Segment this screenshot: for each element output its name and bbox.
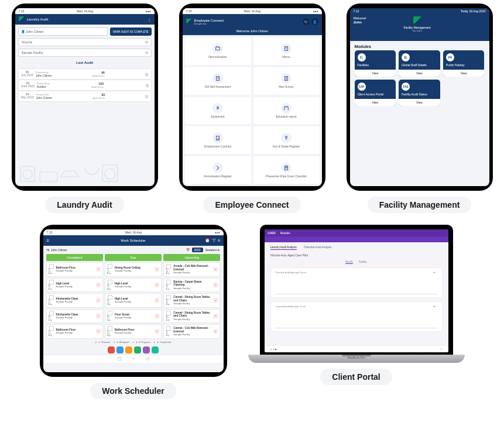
module-tile[interactable]: New Survey	[253, 67, 320, 95]
chart-controls[interactable]: ⊕ −	[433, 271, 437, 274]
caption: Employee Connect	[203, 197, 300, 213]
tab-laundry[interactable]: Laundry Audit Analysis	[270, 246, 297, 250]
task-card[interactable]: M23 AugKitchenette CleanSample Facility▪	[46, 309, 103, 324]
module-tile[interactable]: FASFacility Audit StatusView	[399, 80, 440, 106]
task-card[interactable]: M23 AugArcade - Cob Web Removal - Extern…	[163, 262, 220, 277]
task-card[interactable]: M23 AugCarmel - Cob Web Removal - Extern…	[163, 324, 220, 339]
task-card[interactable]: M23 AugHigh LevelSample Facility▪	[105, 293, 162, 308]
panel-title: Victoria-Auto Aged Care Pilot	[270, 253, 443, 257]
tile-icon	[212, 103, 223, 114]
pdf-icon[interactable]: ▪	[213, 329, 218, 334]
task-card[interactable]: M23 AugBathroom FloorSample Facility▪	[46, 262, 103, 277]
task-card[interactable]: M23 AugKitchenette CleanSample Facility▪	[46, 293, 103, 308]
module-tile[interactable]: SLGlobal Staff DetailsView	[399, 50, 440, 77]
task-card[interactable]: M23 AugHigh LevelSample Facility▪	[46, 278, 103, 293]
module-tile[interactable]: Memo	[253, 37, 320, 65]
module-tile[interactable]: FLFacilitiesView	[355, 50, 396, 77]
task-card[interactable]: M23 AugBarista - Carpet Steam CleaningSa…	[163, 278, 220, 293]
task-card[interactable]: M23 AugHigh LevelSample Facility▪	[105, 278, 162, 293]
pdf-icon[interactable]: ▪	[213, 298, 218, 303]
pdf-icon[interactable]: ▪	[155, 314, 159, 318]
view-button[interactable]: View	[355, 99, 396, 106]
view-button[interactable]: View	[355, 70, 396, 77]
shield-icon	[19, 16, 25, 22]
task-card[interactable]: M23 AugCarmel - Dining Room Tables and C…	[163, 309, 220, 324]
view-button[interactable]: View	[399, 99, 440, 106]
shield-icon	[186, 19, 192, 25]
tile-icon	[281, 133, 292, 143]
module-tile[interactable]: Preventive Wipe Down Checklist	[253, 156, 320, 184]
module-tile[interactable]: Key & Swipe Register	[253, 126, 320, 154]
nav-modules[interactable]: Modules	[280, 232, 290, 235]
pdf-icon[interactable]: ▪	[213, 314, 218, 318]
pdf-icon[interactable]: ▪	[96, 329, 101, 334]
module-tile[interactable]: ISA Self Assessment	[185, 67, 251, 95]
report-tabs: Laundry Audit Analysis Chemical Audit An…	[270, 246, 443, 250]
task-card[interactable]: M23 AugBathroom FloorSample Facility▪	[46, 324, 103, 339]
audit-row[interactable]: 23June 2023Prepared byAuditor100Audit Sc…	[18, 80, 152, 91]
profile-button[interactable]: 👤	[311, 18, 318, 25]
pdf-icon[interactable]: ▪	[155, 283, 159, 287]
subtab-facility[interactable]: Facility	[359, 260, 367, 264]
facility-select[interactable]: Sample Facility ⊙	[18, 49, 152, 57]
pdf-icon[interactable]: ▪	[155, 329, 159, 334]
status-bar: 7:13 Wed, 16 Aug ●●●	[183, 8, 322, 14]
module-tile[interactable]: PHPublic HolidayView	[443, 50, 485, 77]
view-button[interactable]: View	[399, 70, 440, 77]
app-shortcut[interactable]	[143, 346, 150, 353]
chart-controls[interactable]: ⊕ −	[433, 305, 437, 308]
reminder-icon[interactable]: ⏰	[205, 238, 210, 243]
module-tile[interactable]: Equipment	[185, 97, 251, 125]
pdf-icon[interactable]: ▪	[155, 267, 159, 272]
back-icon[interactable]: ◁	[146, 356, 149, 361]
home-icon[interactable]: ○	[132, 357, 135, 361]
caption: Client Portal	[320, 369, 392, 385]
social-icons[interactable]: in ✕ ▶	[270, 348, 277, 351]
year-badge[interactable]: 2023	[192, 248, 203, 252]
tile-icon	[281, 43, 292, 54]
filter-icon[interactable]: ▽	[212, 238, 215, 243]
exit-icon[interactable]: ⎋	[218, 238, 220, 243]
module-tile[interactable]: New education	[185, 37, 251, 65]
mark-complete-button[interactable]: MARK AUDIT AS COMPLETE	[110, 28, 151, 36]
app-shortcut[interactable]	[134, 346, 141, 353]
info-icon[interactable]: ⓘ	[145, 95, 148, 98]
pdf-icon[interactable]: ▪	[213, 283, 218, 287]
view-button[interactable]: View	[443, 70, 485, 77]
tablet-frame: 7:13 Wed, 16 Aug ●●● Employee Connect Sa…	[179, 4, 325, 191]
deselect-button[interactable]: Deselect ⊗	[205, 248, 220, 252]
state-select[interactable]: Victoria ⊙	[18, 38, 152, 46]
info-icon[interactable]: ⓘ	[146, 84, 149, 87]
dropdown-icon: ⊙	[145, 51, 148, 54]
app-header: ≡ Work Scheduler ⏰ ▽ ⎋	[43, 235, 224, 246]
task-card[interactable]: M23 AugDining Room CeilingSample Facilit…	[105, 262, 162, 277]
menu-icon[interactable]: ⋮	[148, 18, 151, 22]
pdf-icon[interactable]: ▪	[96, 314, 101, 318]
app-shortcut[interactable]	[116, 346, 124, 353]
module-tile[interactable]: Immunisation Register	[185, 156, 251, 184]
pdf-icon[interactable]: ▪	[96, 267, 101, 272]
module-tile[interactable]: Education report	[253, 97, 320, 125]
pdf-icon[interactable]: ▪	[155, 298, 159, 303]
task-card[interactable]: M23 AugBathroom FloorSample Facility▪	[105, 324, 162, 339]
app-shortcut[interactable]	[125, 346, 132, 353]
task-card[interactable]: M23 AugFloor ScrubSample Facility▪	[105, 309, 162, 324]
pdf-icon[interactable]: ▪	[96, 298, 101, 303]
app-shortcut[interactable]	[108, 346, 115, 353]
tab-chemical[interactable]: Chemical Audit Analysis	[304, 246, 332, 250]
app-shortcut[interactable]	[152, 346, 159, 353]
column-header: Upcoming	[163, 254, 220, 261]
translate-button[interactable]: ᴬ⁄	[303, 18, 310, 25]
pdf-icon[interactable]: ▪	[213, 267, 218, 272]
module-tile[interactable]: CAPClient Access PortalView	[355, 80, 396, 106]
module-tile[interactable]: Employment Contract	[185, 126, 251, 154]
audit-row[interactable]: 26July 2023Prepared byJohn Citizen96Audi…	[18, 68, 152, 80]
task-card[interactable]: M23 AugCarmel - Dining Room Tables and C…	[163, 293, 220, 308]
calendar-icon[interactable]: 📅	[186, 248, 190, 252]
subtab-month[interactable]: Month	[345, 260, 353, 264]
info-icon[interactable]: ⓘ	[145, 73, 148, 76]
menu-icon[interactable]: ≡	[47, 238, 50, 243]
pdf-icon[interactable]: ▪	[96, 283, 101, 287]
recent-icon[interactable]: ▢	[118, 356, 122, 361]
audit-row[interactable]: 24May 2023Prepared byJohn Citizen93Audit…	[18, 91, 152, 102]
